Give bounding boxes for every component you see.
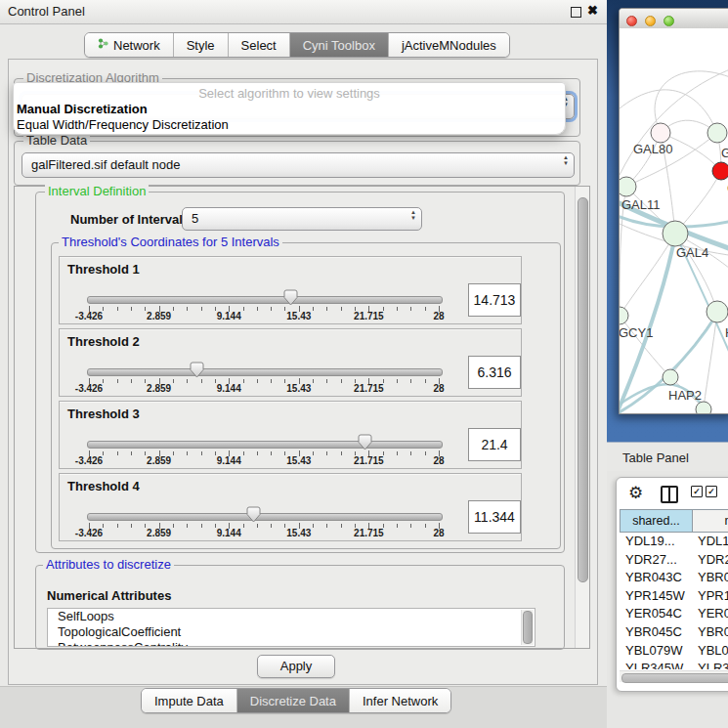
table-row[interactable]: YDL19...YDL1 <box>620 533 728 551</box>
table-row[interactable]: YER054CYER0 <box>620 605 728 623</box>
tick-mark <box>131 451 132 455</box>
numerical-attributes-list[interactable]: SelfLoopsTopologicalCoefficientBetweenne… <box>47 608 535 647</box>
scrollbar-thumb[interactable] <box>621 673 728 683</box>
apply-button[interactable]: Apply <box>257 655 335 678</box>
node-gal4[interactable] <box>663 221 688 246</box>
tab-select[interactable]: Select <box>228 33 289 57</box>
cell-name: YPR1 <box>698 587 728 606</box>
table-row[interactable]: YLR345WYLR3 <box>620 660 728 669</box>
attribute-list-item[interactable]: TopologicalCoefficient <box>48 624 535 640</box>
node-gal80[interactable] <box>651 123 670 143</box>
list-scrollbar[interactable] <box>521 610 534 645</box>
checkbox-icon-1[interactable]: ✓ <box>691 486 703 497</box>
tick-mark <box>410 451 411 455</box>
tick-label: 15.43 <box>276 311 322 321</box>
attribute-list-item[interactable]: BetweennessCentrality <box>48 640 535 647</box>
tick-label: 21.715 <box>345 528 392 538</box>
vertical-scrollbar[interactable] <box>575 187 589 648</box>
tab-style[interactable]: Style <box>173 33 228 57</box>
cell-shared-name: YDR27... <box>625 551 677 570</box>
num-intervals-combobox[interactable]: 5 ▲▼ <box>182 207 422 231</box>
node-hap2[interactable] <box>663 369 678 385</box>
tick-label: 2.859 <box>136 311 183 321</box>
dropdown-option-equal-width[interactable]: Equal Width/Frequency Discretization <box>17 117 229 132</box>
scrollbar-thumb[interactable] <box>578 197 588 582</box>
slider-track[interactable] <box>87 368 443 376</box>
table-row[interactable]: YBR043CYBR0 <box>620 569 728 587</box>
combo-arrows-icon: ▲▼ <box>563 154 569 166</box>
slider-track[interactable] <box>87 296 443 304</box>
slider-thumb[interactable] <box>283 289 298 306</box>
table-data-combobox[interactable]: galFiltered.sif default node ▲▼ <box>21 152 575 178</box>
tick-mark <box>397 307 398 311</box>
zoom-traffic-light[interactable] <box>664 16 674 26</box>
tick-mark <box>341 524 342 528</box>
tick-mark <box>410 307 411 311</box>
column-header-shared-name[interactable]: shared... <box>620 509 693 533</box>
tab-network[interactable]: Network <box>85 33 173 57</box>
tick-mark <box>257 524 258 528</box>
dropdown-option-manual[interactable]: Manual Discretization <box>17 102 148 116</box>
tab-cyni-toolbox[interactable]: Cyni Toolbox <box>289 33 388 57</box>
tick-mark <box>201 379 202 383</box>
threshold-value-field[interactable]: 14.713 <box>468 283 521 317</box>
close-traffic-light[interactable] <box>626 16 637 26</box>
node-label-hap2: HAP2 <box>668 388 702 403</box>
slider-thumb[interactable] <box>190 362 204 378</box>
minimize-traffic-light[interactable] <box>645 16 656 26</box>
slider-thumb[interactable] <box>358 434 372 450</box>
tick-mark <box>410 379 411 383</box>
threshold-value-field[interactable]: 11.344 <box>468 500 521 534</box>
attribute-list-item[interactable]: SelfLoops <box>48 609 535 624</box>
tick-mark <box>187 379 188 383</box>
table-panel-title: Table Panel <box>622 450 689 465</box>
table-row[interactable]: YPR145WYPR1 <box>620 587 728 606</box>
tab-impute-data[interactable]: Impute Data <box>142 689 236 712</box>
slider-track[interactable] <box>87 441 443 449</box>
network-window[interactable]: GAL80 GA C GAL11 GAL4 GCY1 H HAP2 <box>619 8 728 414</box>
node-gal11[interactable] <box>620 177 636 196</box>
control-panel-titlebar: Control Panel ✖ <box>0 0 607 24</box>
network-window-titlebar[interactable] <box>620 9 728 29</box>
tick-label: 15.43 <box>276 455 322 466</box>
node-h[interactable] <box>707 301 728 322</box>
node-label-gal80: GAL80 <box>633 142 672 156</box>
tick-label: 9.144 <box>205 383 252 394</box>
table-row[interactable]: YBL079WYBL0 <box>620 642 728 661</box>
table-row[interactable]: YBR045CYBR0 <box>620 623 728 642</box>
table-rows: YDL19...YDL1YDR27...YDR2YBR043CYBR0YPR14… <box>620 533 728 669</box>
threshold-value-field[interactable]: 6.316 <box>468 356 521 389</box>
top-tab-bar: NetworkStyleSelectCyni ToolboxjActiveMNo… <box>84 32 510 58</box>
network-canvas[interactable]: GAL80 GA C GAL11 GAL4 GCY1 H HAP2 <box>620 28 728 413</box>
gear-icon[interactable]: ⚙ <box>628 483 643 503</box>
tick-mark <box>397 524 398 528</box>
table-row[interactable]: YDR27...YDR2 <box>620 551 728 570</box>
node-gcy1[interactable] <box>620 307 628 324</box>
slider-thumb[interactable] <box>246 506 261 523</box>
float-window-icon[interactable] <box>571 7 581 18</box>
table-data-value: galFiltered.sif default node <box>31 157 180 172</box>
cell-shared-name: YLR345W <box>625 660 683 669</box>
tick-label: -3.426 <box>65 311 112 321</box>
tab-discretize-data[interactable]: Discretize Data <box>236 689 349 712</box>
horizontal-scrollbar[interactable] <box>620 670 728 682</box>
checkbox-icon-2[interactable]: ✓ <box>706 486 717 497</box>
cell-name: YBL0 <box>698 642 728 661</box>
node-top-right[interactable] <box>707 123 727 143</box>
interval-definition-title: Interval Definition <box>45 185 149 197</box>
node-red-selected[interactable] <box>712 162 728 180</box>
node-label-gcy1: GCY1 <box>620 325 653 340</box>
tick-mark <box>187 307 188 311</box>
slider-track[interactable] <box>87 513 443 521</box>
tab-infer-network[interactable]: Infer Network <box>349 689 450 712</box>
scrollbar-thumb[interactable] <box>523 611 533 644</box>
algorithm-dropdown-popup: Select algorithm to view settings Manual… <box>13 82 566 135</box>
tab-label: Style <box>187 38 215 53</box>
tick-label: 2.859 <box>136 528 183 538</box>
column-header-name[interactable]: na <box>693 509 728 533</box>
threshold-value-field[interactable]: 21.4 <box>468 428 521 461</box>
node-bottom[interactable] <box>696 402 711 413</box>
columns-icon[interactable] <box>661 486 678 503</box>
tab-jactivemnodules[interactable]: jActiveMNodules <box>388 33 509 57</box>
close-icon[interactable]: ✖ <box>587 3 598 18</box>
